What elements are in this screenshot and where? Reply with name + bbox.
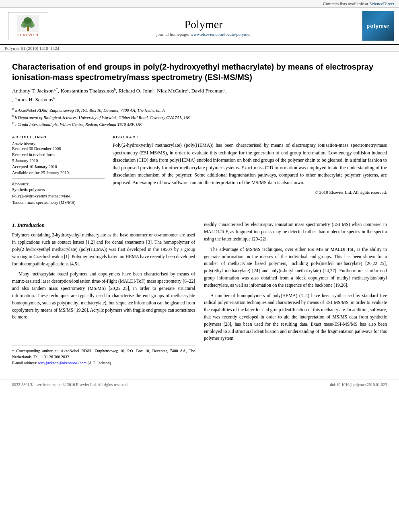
- intro-para-1: Polymers containing 2-hydroxyethyl metha…: [12, 232, 195, 267]
- main-content: Characterisation of end groups in poly(2…: [0, 52, 399, 374]
- keywords-section: Keywords: Synthetic polymers Poly(2-hydr…: [12, 182, 105, 205]
- top-info-bar: Contents lists available at ScienceDirec…: [0, 0, 399, 8]
- right-para-2: The advantage of MS/MS techniques, over …: [204, 246, 387, 289]
- divider-3: [12, 213, 387, 213]
- polymer-logo-text: polymer: [366, 23, 390, 29]
- body-content: 1. Introduction Polymers containing 2-hy…: [12, 221, 387, 366]
- volume-info: Polymer 51 (2010) 1418–1424: [5, 46, 59, 51]
- article-info-heading: ARTICLE INFO: [12, 135, 105, 139]
- intro-section-title: 1. Introduction: [12, 221, 195, 229]
- contents-text: Contents lists available at: [323, 1, 368, 6]
- revised-date: 5 January 2010: [12, 158, 105, 163]
- journal-header-center: Polymer journal homepage: www.elsevier.c…: [55, 16, 352, 37]
- author-2: , Konstantinos Thalassinos: [58, 88, 114, 94]
- author-1: Anthony T. Jackson: [12, 88, 53, 94]
- keyword-3: Tandem mass spectrometry (MS/MS): [12, 199, 105, 206]
- abstract-column: ABSTRACT Poly(2-hydroxyethyl methacrylat…: [113, 135, 387, 205]
- abstract-heading: ABSTRACT: [113, 135, 387, 139]
- right-para-3: A number of homopolymers of poly(HEMA) (…: [204, 292, 387, 343]
- email-label: E-mail address:: [12, 361, 37, 365]
- footnote-section: * Corresponding author at: AkzoNobel RD&…: [12, 345, 195, 366]
- keyword-2: Poly(2-hydroxyethyl methacrylate): [12, 193, 105, 199]
- divider-2: [12, 178, 105, 179]
- volume-info-bar: Polymer 51 (2010) 1418–1424: [0, 45, 399, 52]
- author-6-sup: b: [53, 96, 55, 100]
- copyright-line: © 2010 Elsevier Ltd. All rights reserved…: [113, 190, 387, 195]
- author-4: , Niaz McGuire: [154, 88, 187, 94]
- affiliations: a a AkzoNobel RD&I, Zutphenseweg 10, P.O…: [12, 107, 387, 127]
- footer-issn: 0032-3861/$ – see front matter © 2010 El…: [12, 382, 128, 387]
- author-3: , Richard O. John: [116, 88, 152, 94]
- abstract-text: Poly(2-hydroxyethyl methacrylate) (poly(…: [113, 142, 387, 187]
- received-date: Received 30 December 2008: [12, 146, 105, 151]
- keywords-label: Keywords:: [12, 182, 105, 186]
- article-title: Characterisation of end groups in poly(2…: [12, 62, 387, 82]
- author-6: , James H. Scrivens: [12, 97, 53, 103]
- svg-point-6: [22, 23, 24, 25]
- divider-1: [12, 131, 387, 131]
- homepage-label: journal homepage:: [156, 32, 189, 37]
- svg-point-5: [24, 17, 32, 24]
- body-two-col: 1. Introduction Polymers containing 2-hy…: [12, 221, 387, 366]
- author-1-sup: a,*: [53, 87, 58, 91]
- body-col-left: 1. Introduction Polymers containing 2-hy…: [12, 221, 195, 366]
- elsevier-label: ELSEVIER: [17, 33, 39, 37]
- email-link[interactable]: tony.jackson@akzonobel.com: [38, 361, 86, 365]
- article-info-abstract-section: ARTICLE INFO Article history: Received 3…: [12, 135, 387, 205]
- author-5: , David Freeman: [189, 88, 224, 94]
- intro-para-2: Many methacrylate based polymers and cop…: [12, 271, 195, 321]
- email-note: (A.T. Jackson).: [88, 361, 112, 365]
- online-date: Available online 25 January 2010: [12, 170, 105, 175]
- corresponding-note: * Corresponding author at: AkzoNobel RD&…: [12, 348, 195, 360]
- svg-point-7: [32, 23, 34, 25]
- accepted-date: Accepted 10 January 2010: [12, 164, 105, 169]
- section-number: 1.: [12, 222, 16, 228]
- elsevier-logo: ELSEVIER: [8, 12, 48, 40]
- homepage-url[interactable]: www.elsevier.com/locate/polymer: [190, 32, 251, 37]
- authors-line: Anthony T. Jacksona,*, Konstantinos Thal…: [12, 86, 387, 104]
- affil-b: b b Department of Biological Sciences, U…: [12, 114, 387, 121]
- journal-title: Polymer: [55, 18, 352, 31]
- history-label: Article history:: [12, 142, 105, 146]
- polymer-logo-container: polymer: [356, 11, 394, 41]
- section-title-text: Introduction: [17, 222, 45, 228]
- sciencedirect-link[interactable]: ScienceDirect: [369, 1, 394, 6]
- right-para-1: readily characterised by electrospray io…: [204, 221, 387, 242]
- keyword-1: Synthetic polymers: [12, 187, 105, 193]
- email-line: E-mail address: tony.jackson@akzonobel.c…: [12, 360, 195, 366]
- polymer-logo-box: polymer: [362, 11, 394, 41]
- footer-doi: doi:10.1016/j.polymer.2010.01.023: [330, 382, 387, 387]
- elsevier-tree-icon: [17, 15, 39, 32]
- page-footer: 0032-3861/$ – see front matter © 2010 El…: [0, 380, 399, 389]
- author-5-sup: c: [224, 87, 225, 91]
- elsevier-logo-container: ELSEVIER: [5, 12, 51, 40]
- affil-c: c c Croda International plc, Wilton Cent…: [12, 121, 387, 127]
- journal-homepage: journal homepage: www.elsevier.com/locat…: [55, 32, 352, 37]
- article-info-column: ARTICLE INFO Article history: Received 3…: [12, 135, 105, 205]
- affil-a: a a AkzoNobel RD&I, Zutphenseweg 10, P.O…: [12, 107, 387, 113]
- revised-label: Received in revised form: [12, 152, 105, 157]
- body-col-right: readily characterised by electrospray io…: [204, 221, 387, 366]
- journal-header: ELSEVIER Polymer journal homepage: www.e…: [0, 8, 399, 45]
